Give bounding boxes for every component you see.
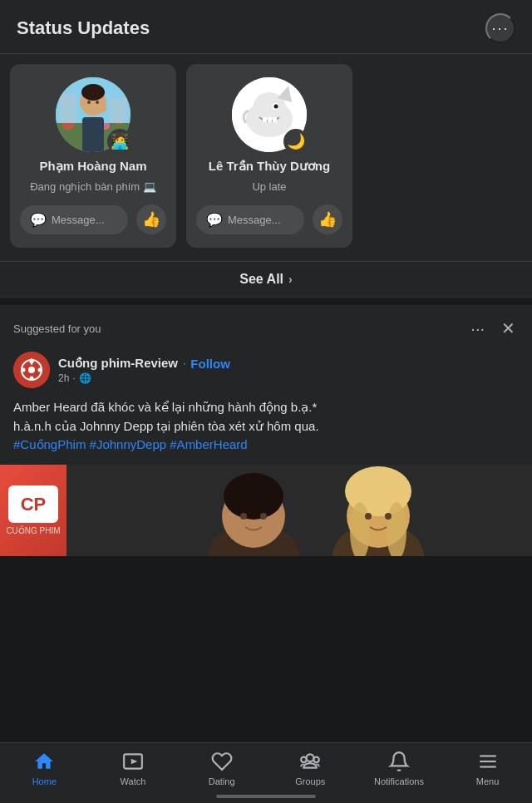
svg-point-48 (307, 754, 314, 761)
svg-point-49 (301, 757, 307, 763)
see-all-button[interactable]: See All › (239, 272, 292, 287)
nav-label-dating: Dating (209, 776, 235, 786)
dating-icon (210, 750, 234, 773)
watch-icon (121, 750, 145, 773)
svg-point-44 (365, 513, 372, 520)
svg-point-9 (81, 84, 105, 101)
card-1-actions: 💬 Message... 👍 (20, 204, 166, 234)
svg-rect-21 (268, 117, 272, 122)
svg-point-28 (22, 368, 26, 372)
suggested-header: Suggested for you ··· ✕ (0, 305, 532, 348)
status-emoji-2: 🌙 (283, 129, 308, 154)
post-meta: 2h · 🌐 (58, 372, 519, 384)
avatar-wrap-1: 🧑‍💻 (56, 77, 131, 152)
nav-label-menu: Menu (476, 776, 500, 786)
nav-item-notifications[interactable]: Notifications (370, 750, 428, 786)
nav-label-groups: Groups (295, 776, 325, 786)
svg-rect-13 (82, 117, 104, 152)
see-all-label: See All (239, 272, 283, 287)
meta-dot: · (72, 372, 75, 384)
see-all-row: See All › (0, 261, 532, 298)
thumbs-up-icon-1: 👍 (142, 210, 160, 229)
svg-point-38 (260, 513, 267, 520)
status-card-2[interactable]: 🌙 Lê Trần Thùy Dương Up late 💬 Message..… (186, 64, 352, 248)
card-1-name: Phạm Hoàng Nam (39, 159, 146, 174)
more-options-button[interactable]: ··· (485, 13, 515, 43)
section-divider (0, 298, 532, 305)
post-content: Amber Heard đã khóc và kể lại những hành… (13, 400, 319, 433)
messenger-icon-1: 💬 (30, 212, 47, 228)
svg-point-10 (87, 101, 91, 104)
svg-point-37 (240, 513, 247, 520)
thumbs-up-icon-2: 👍 (318, 210, 337, 229)
suggested-label: Suggested for you (13, 323, 101, 335)
svg-point-11 (96, 101, 99, 104)
groups-icon (298, 750, 322, 773)
nav-item-home[interactable]: Home (15, 750, 73, 786)
page-name-row: Cuồng phim-Review · Follow (58, 356, 519, 371)
home-icon (32, 750, 56, 773)
svg-rect-20 (263, 117, 267, 122)
status-card-1[interactable]: 🧑‍💻 Phạm Hoàng Nam Đang nghịch bàn phím … (10, 64, 176, 248)
nav-label-watch: Watch (121, 776, 146, 786)
svg-text:CP: CP (21, 494, 47, 515)
bottom-spacer (0, 556, 532, 631)
card-2-actions: 💬 Message... 👍 (196, 204, 342, 234)
svg-point-27 (30, 377, 34, 381)
suggested-more-button[interactable]: ··· (467, 316, 488, 342)
page-avatar (13, 352, 50, 388)
svg-marker-47 (131, 759, 138, 765)
home-indicator (216, 795, 316, 798)
like-button-1[interactable]: 👍 (136, 204, 166, 234)
status-cards-list: 🧑‍💻 Phạm Hoàng Nam Đang nghịch bàn phím … (0, 54, 532, 261)
message-label-1: Message... (52, 214, 105, 226)
nav-label-notifications: Notifications (374, 776, 424, 786)
avatar-wrap-2: 🌙 (232, 77, 307, 152)
message-button-2[interactable]: 💬 Message... (196, 205, 304, 234)
page-title: Status Updates (17, 17, 150, 39)
svg-rect-22 (273, 117, 277, 122)
nav-item-menu[interactable]: Menu (459, 750, 517, 786)
post-hashtags: #CuồngPhim #JohnnyDepp #AmberHeard (13, 437, 248, 451)
notifications-icon (387, 750, 411, 773)
card-1-status: Đang nghịch bàn phím 💻 (30, 180, 156, 193)
svg-point-29 (38, 368, 42, 372)
messenger-icon-2: 💬 (206, 212, 223, 228)
post-text: Amber Heard đã khóc và kể lại những hành… (0, 395, 532, 465)
chevron-right-icon: › (288, 273, 293, 286)
svg-rect-7 (110, 98, 126, 123)
svg-rect-6 (60, 94, 76, 123)
post-logo-area: CP CUỒNG PHIM (0, 465, 66, 556)
nav-item-dating[interactable]: Dating (193, 750, 251, 786)
post-header: Cuồng phim-Review · Follow 2h · 🌐 (0, 348, 532, 395)
svg-point-36 (224, 473, 283, 520)
card-2-status: Up late (252, 180, 286, 193)
card-2-name: Lê Trần Thùy Dương (209, 159, 330, 174)
like-button-2[interactable]: 👍 (313, 204, 342, 234)
svg-point-19 (274, 105, 278, 109)
follow-button[interactable]: Follow (190, 357, 230, 371)
svg-point-25 (28, 367, 35, 373)
post-image: CP CUỒNG PHIM (0, 465, 532, 556)
status-section: 🧑‍💻 Phạm Hoàng Nam Đang nghịch bàn phím … (0, 54, 532, 298)
post-image-inner: CP CUỒNG PHIM (0, 465, 532, 556)
globe-icon: 🌐 (79, 372, 91, 384)
status-updates-header: Status Updates ··· (0, 0, 532, 54)
message-button-1[interactable]: 💬 Message... (20, 205, 128, 234)
menu-icon (476, 750, 500, 773)
nav-label-home: Home (32, 776, 57, 786)
post-faces-area (66, 465, 532, 556)
suggested-actions: ··· ✕ (467, 315, 519, 342)
nav-item-watch[interactable]: Watch (104, 750, 162, 786)
svg-point-50 (314, 757, 320, 763)
status-emoji-1: 🧑‍💻 (107, 129, 132, 154)
post-time: 2h (58, 372, 69, 384)
suggested-close-button[interactable]: ✕ (498, 315, 519, 342)
nav-item-groups[interactable]: Groups (281, 750, 339, 786)
page-name: Cuồng phim-Review (58, 356, 178, 371)
page-info: Cuồng phim-Review · Follow 2h · 🌐 (58, 356, 519, 384)
message-label-2: Message... (228, 214, 281, 226)
suggested-section: Suggested for you ··· ✕ (0, 305, 532, 556)
svg-point-12 (96, 105, 106, 113)
svg-point-45 (385, 513, 392, 520)
